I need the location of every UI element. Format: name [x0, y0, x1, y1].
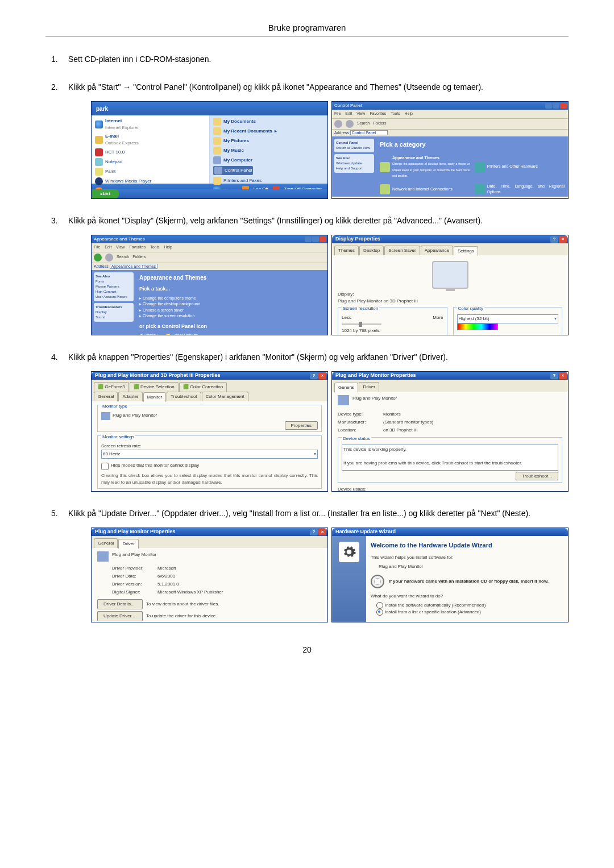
- menu-file[interactable]: File: [94, 244, 100, 251]
- side-contrast[interactable]: High Contrast: [96, 289, 132, 294]
- startmenu-wmp[interactable]: Windows Media Player: [95, 177, 206, 185]
- tab-general[interactable]: General: [94, 392, 118, 401]
- maximize-icon[interactable]: [553, 103, 559, 109]
- menu-my-computer[interactable]: My Computer: [213, 156, 324, 164]
- menu-favorites[interactable]: Favorites: [370, 111, 386, 117]
- troubleshoot-button[interactable]: Troubleshoot...: [516, 472, 558, 480]
- menu-control-panel[interactable]: Control Panel: [213, 166, 253, 175]
- toolbar-search[interactable]: Search: [117, 254, 129, 260]
- tab-color-management[interactable]: Color Management: [202, 392, 248, 401]
- back-button[interactable]: [94, 254, 102, 261]
- tab-themes[interactable]: Themes: [334, 246, 359, 255]
- menu-help[interactable]: Help: [405, 111, 413, 117]
- tab-settings[interactable]: Settings: [454, 246, 478, 256]
- tab-driver[interactable]: Driver: [359, 382, 379, 392]
- toolbar-folders[interactable]: Folders: [373, 121, 386, 127]
- cat-appearance-themes[interactable]: Appearance and ThemesChange the appearan…: [380, 155, 470, 179]
- driver-details-desc: To view details about the driver files.: [146, 601, 322, 608]
- menu-favorites[interactable]: Favorites: [129, 244, 146, 251]
- sidebar-windows-update[interactable]: Windows Update: [336, 161, 372, 166]
- task-background[interactable]: ▸ Change the desktop background: [139, 301, 324, 308]
- ap-title: Plug and Play Monitor and 3D Prophet III…: [95, 372, 221, 380]
- properties-button[interactable]: Properties: [285, 421, 318, 430]
- startmenu-paint[interactable]: Paint: [95, 168, 206, 176]
- tab-color-correction[interactable]: 🟩 Color Correction: [179, 382, 227, 392]
- tab-driver[interactable]: Driver: [118, 539, 138, 549]
- maximize-icon[interactable]: [312, 236, 319, 242]
- start-button[interactable]: start: [92, 189, 119, 198]
- tab-troubleshoot[interactable]: Troubleshoot: [167, 392, 201, 401]
- side-wallpaper[interactable]: User Account Picture: [96, 294, 132, 300]
- tab-general[interactable]: General: [334, 383, 358, 392]
- tab-geforce3[interactable]: 🟩 GeForce3: [94, 382, 129, 392]
- minimize-icon[interactable]: [305, 236, 312, 242]
- tab-device-selection[interactable]: 🟩 Device Selection: [130, 382, 179, 392]
- help-icon[interactable]: ?: [550, 236, 558, 243]
- close-icon[interactable]: ×: [318, 529, 326, 535]
- tab-general[interactable]: General: [94, 538, 118, 548]
- tab-monitor[interactable]: Monitor: [143, 392, 167, 402]
- icon-folder-options[interactable]: 📁 Folder Options: [165, 333, 198, 335]
- cat-printers[interactable]: Printers and Other Hardware: [475, 155, 565, 179]
- forward-button[interactable]: [105, 254, 113, 261]
- menu-tools[interactable]: Tools: [391, 111, 400, 117]
- close-icon[interactable]: ×: [559, 236, 567, 243]
- color-quality-select[interactable]: Highest (32 bit)▾: [457, 314, 559, 323]
- wiz-opt-list[interactable]: Install from a list or specific location…: [376, 609, 563, 616]
- cp-address-field[interactable]: Control Panel: [350, 130, 388, 135]
- close-icon[interactable]: ×: [559, 372, 567, 379]
- menu-file[interactable]: File: [334, 111, 341, 117]
- close-icon[interactable]: [320, 236, 326, 242]
- side-ts-sound[interactable]: Sound: [96, 315, 132, 320]
- at-address-field[interactable]: Appearance and Themes: [110, 264, 157, 269]
- icon-display[interactable]: 🖥 Display: [139, 333, 157, 335]
- side-ts-display[interactable]: Display: [96, 310, 132, 315]
- task-screensaver[interactable]: ▸ Choose a screen saver: [139, 308, 324, 314]
- toolbar-search[interactable]: Search: [357, 121, 370, 127]
- help-icon[interactable]: ?: [310, 529, 318, 535]
- mail-icon: [95, 136, 103, 144]
- startmenu-notepad[interactable]: Notepad: [95, 158, 206, 166]
- task-resolution[interactable]: ▸ Change the screen resolution: [139, 313, 324, 319]
- menu-help[interactable]: Help: [164, 244, 172, 251]
- sidebar-help-support[interactable]: Help and Support: [336, 166, 372, 171]
- hide-modes-checkbox[interactable]: [101, 463, 109, 470]
- minimize-icon[interactable]: [545, 103, 552, 109]
- toolbar-folders[interactable]: Folders: [132, 254, 146, 260]
- switch-classic-link[interactable]: Switch to Classic View: [336, 146, 372, 151]
- help-icon[interactable]: ?: [310, 372, 318, 379]
- startmenu-email[interactable]: E-mailOutlook Express: [95, 133, 206, 147]
- menu-printers[interactable]: Printers and Faxes: [213, 177, 324, 185]
- menu-pictures[interactable]: My Pictures: [213, 137, 324, 145]
- refresh-rate-select[interactable]: 60 Hertz▾: [101, 450, 318, 459]
- tab-screensaver[interactable]: Screen Saver: [384, 246, 420, 255]
- menu-view[interactable]: View: [116, 244, 125, 251]
- close-icon[interactable]: ×: [318, 372, 326, 379]
- close-icon[interactable]: [560, 103, 567, 109]
- menu-edit[interactable]: Edit: [345, 111, 352, 117]
- menu-recent[interactable]: My Recent Documents ▸: [213, 127, 324, 135]
- driver-details-button[interactable]: Driver Details...: [97, 599, 143, 609]
- startmenu-internet[interactable]: InternetInternet Explorer: [95, 118, 206, 131]
- tab-adapter[interactable]: Adapter: [118, 392, 142, 401]
- side-fonts[interactable]: Fonts: [96, 279, 132, 284]
- tab-appearance[interactable]: Appearance: [421, 246, 453, 255]
- task-theme[interactable]: ▸ Change the computer's theme: [139, 296, 324, 302]
- side-mouse[interactable]: Mouse Pointers: [96, 284, 132, 289]
- menu-music[interactable]: My Music: [213, 147, 324, 155]
- menu-tools[interactable]: Tools: [150, 244, 159, 251]
- update-driver-button[interactable]: Update Driver...: [97, 611, 143, 621]
- menu-view[interactable]: View: [356, 111, 365, 117]
- menu-my-documents[interactable]: My Documents: [213, 118, 324, 126]
- mp-mfr-label: Manufacturer:: [338, 419, 377, 426]
- back-button[interactable]: [334, 120, 342, 128]
- menu-edit[interactable]: Edit: [105, 244, 111, 251]
- resolution-slider[interactable]: [342, 323, 381, 325]
- forward-button[interactable]: [346, 120, 354, 128]
- startmenu-hct[interactable]: HCT 10.0: [95, 148, 206, 156]
- wiz-opt-auto[interactable]: Install the software automatically (Reco…: [376, 602, 563, 609]
- help-icon[interactable]: ?: [550, 372, 558, 379]
- cat-date-time[interactable]: Date, Time, Language, and Regional Optio…: [475, 184, 565, 196]
- cat-network[interactable]: Network and Internet Connections: [380, 184, 470, 196]
- tab-desktop[interactable]: Desktop: [359, 246, 384, 255]
